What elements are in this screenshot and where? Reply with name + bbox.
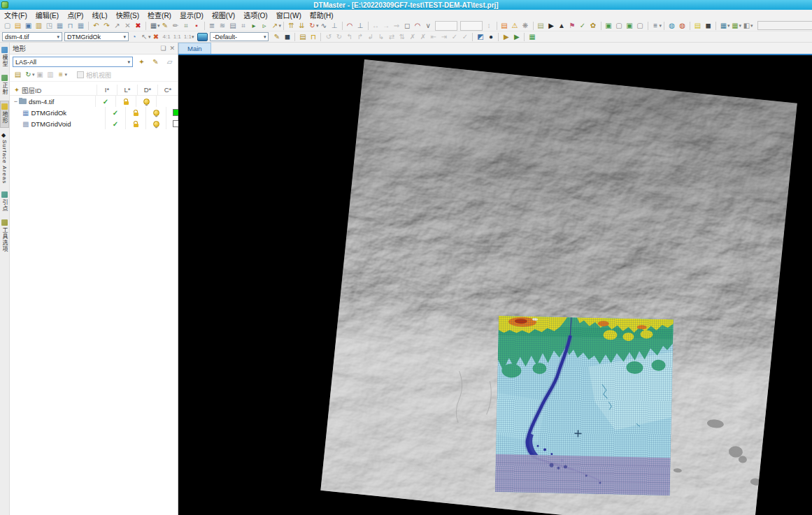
tree-row[interactable]: −dsm-4.tif✓ (10, 96, 178, 107)
close-panel-icon[interactable]: ✕ (169, 45, 175, 52)
clear-selection-icon[interactable]: ✖ (151, 32, 162, 42)
display-cell[interactable] (136, 96, 156, 107)
import-cell[interactable]: ✓ (95, 96, 115, 107)
misc-mode[interactable]: ◧▾ (741, 21, 753, 31)
menu-item[interactable]: 帮助(H) (306, 10, 338, 20)
pan-right-icon[interactable]: → (381, 21, 392, 31)
dtm-tile-icon[interactable]: ▤ (499, 21, 510, 31)
fly-speed-input[interactable] (435, 21, 457, 31)
save-all-icon[interactable]: ▥ (34, 21, 44, 31)
swap-horizontal-icon[interactable]: ⇄ (386, 32, 397, 42)
move-mode-dropdown-icon[interactable]: ▾ (279, 23, 282, 29)
menu-item[interactable]: 点(P) (63, 10, 87, 20)
side-tab-panel[interactable]: 模型 (0, 45, 9, 71)
menu-item[interactable]: 快照(S) (112, 10, 143, 20)
new-file-icon[interactable]: ▢ (2, 21, 13, 31)
tree-column-header[interactable]: I* (97, 85, 117, 95)
reject-a-icon[interactable]: ✗ (407, 32, 418, 42)
mesh-icon[interactable]: ⌗ (238, 21, 249, 31)
window-zoom-icon[interactable]: ◻ (402, 21, 413, 31)
flag-icon[interactable]: ⚑ (567, 21, 578, 31)
import-icon[interactable]: ◳ (44, 21, 55, 31)
turn-up-left-icon[interactable]: ↰ (344, 32, 355, 42)
layer-list[interactable]: ≡▾ (56, 70, 68, 80)
image-view-icon[interactable]: ▦ (55, 21, 65, 31)
plant-icon[interactable]: ✿ (588, 21, 599, 31)
tree-column-header[interactable]: D* (137, 85, 157, 95)
accept-a-icon[interactable]: ✓ (449, 32, 460, 42)
side-tab-panel[interactable]: 正射 (0, 73, 9, 99)
warnings-icon[interactable]: ⚠ (510, 21, 520, 31)
pan-step-icon[interactable]: ⇒ (392, 21, 402, 31)
rotate-left-icon[interactable]: ↺ (323, 32, 334, 42)
draw-line-icon[interactable]: ✏ (171, 21, 181, 31)
side-tab-surface-areas[interactable]: ◆Surface Areas (0, 130, 9, 187)
layout-mode[interactable]: ≡▾ (650, 21, 662, 31)
accept-b-icon[interactable]: ✓ (460, 32, 470, 42)
rotate-mode[interactable]: ↻▾ (307, 21, 319, 31)
menu-item[interactable]: 窗口(W) (272, 10, 306, 20)
pan-horizontal-icon[interactable]: ↔ (371, 21, 381, 31)
add-filter-icon[interactable]: ✦ (136, 57, 147, 67)
tree-row[interactable]: ▩DTMGridVoid✓ (10, 118, 178, 129)
black-arrow-icon[interactable]: ▶ (546, 21, 557, 31)
tree-row[interactable]: ▦DTMGridOk✓ (10, 107, 178, 118)
go-start-icon[interactable]: ⇤ (428, 32, 439, 42)
notes-icon[interactable]: ▤ (536, 21, 546, 31)
preset-dropdown-icon[interactable]: ▾ (192, 34, 194, 40)
dark-sphere-icon[interactable]: ● (485, 32, 496, 42)
edit-filter-icon[interactable]: ✎ (150, 57, 161, 67)
nav-circle-icon[interactable]: ◔ (129, 32, 139, 42)
layer-list-dropdown-icon[interactable]: ▾ (65, 72, 68, 78)
point-list-icon[interactable]: ≣ (207, 21, 218, 31)
menu-item[interactable]: 检查(R) (143, 10, 176, 20)
menu-item[interactable]: 编辑(E) (31, 10, 63, 20)
view-preset-combo[interactable]: -Default-▾ (210, 32, 269, 41)
check-tool-icon[interactable]: ✓ (578, 21, 588, 31)
lock-display-icon[interactable]: ⊓ (65, 21, 76, 31)
tree-column-header[interactable]: L* (117, 85, 137, 95)
redo-icon[interactable]: ↷ (101, 21, 112, 31)
edit-pencil-icon[interactable]: ✎ (160, 21, 171, 31)
record-dot-icon[interactable]: ▪ (192, 21, 202, 31)
turn-down-right-icon[interactable]: ↳ (376, 32, 386, 42)
tab-main[interactable]: Main (178, 43, 211, 54)
level-icon[interactable]: ⊥ (329, 21, 340, 31)
turn-up-right-icon[interactable]: ↱ (355, 32, 365, 42)
side-tab-panel[interactable]: 工具选项 (0, 217, 9, 256)
remove-filter-icon[interactable]: ▱ (164, 57, 175, 67)
display-cell[interactable] (145, 118, 166, 129)
move-mode[interactable]: ↗▾ (270, 21, 282, 31)
annotate-icon[interactable]: ✎ (271, 32, 282, 42)
tool-flower-icon[interactable]: ❋ (520, 21, 531, 31)
play-alt-icon[interactable]: ▹ (259, 21, 270, 31)
pie-classify-icon[interactable]: ◩ (475, 32, 485, 42)
drop-tool-icon[interactable]: ⊥ (355, 21, 366, 31)
expander-icon[interactable]: − (13, 98, 19, 105)
globe-red-icon[interactable]: ◍ (677, 21, 688, 31)
globe-blue-icon[interactable]: ◍ (667, 21, 677, 31)
select-mode[interactable]: ▦▾ (148, 21, 160, 31)
orbit-icon[interactable]: ◠ (413, 21, 423, 31)
grid-export-icon[interactable]: ▦ (527, 32, 537, 42)
menu-item[interactable]: 线(L) (87, 10, 111, 20)
marker-icon[interactable]: ▲ (557, 21, 567, 31)
rotate-right-icon[interactable]: ↻ (334, 32, 344, 42)
camera-view-checkbox[interactable] (77, 71, 84, 78)
lower-points-icon[interactable]: ⇊ (297, 21, 307, 31)
run-green-icon[interactable]: ▶ (511, 32, 522, 42)
pan-mode[interactable]: ↖▾ (139, 32, 151, 42)
snap-grid-icon[interactable]: ⌗ (181, 21, 192, 31)
basemap-a[interactable]: ▦▾ (718, 21, 730, 31)
zoom-preset[interactable]: 1:1 (184, 34, 192, 40)
side-tab-panel[interactable]: 引点 (0, 189, 9, 215)
color-cell[interactable] (156, 96, 176, 107)
misc-mode-dropdown-icon[interactable]: ▾ (750, 23, 753, 29)
import-cell[interactable]: ✓ (105, 118, 125, 129)
float-panel-icon[interactable]: ❏ (160, 45, 166, 52)
go-end-icon[interactable]: ⇥ (439, 32, 449, 42)
dark-square-icon[interactable]: ◼ (703, 21, 713, 31)
fly-height-input[interactable] (460, 21, 483, 31)
profiles-icon[interactable]: ▤ (228, 21, 238, 31)
layer-combo[interactable]: DTMGridOk▾ (64, 32, 129, 41)
